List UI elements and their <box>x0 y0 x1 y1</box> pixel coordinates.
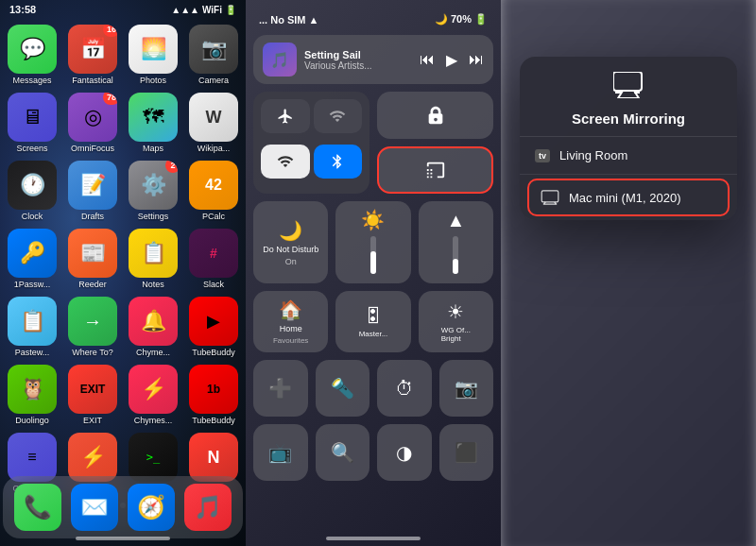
remote-button[interactable]: 📺 <box>253 424 308 481</box>
app-slack-icon[interactable]: # <box>189 229 238 278</box>
music-controls[interactable]: ⏮ ▶ ⏭ <box>420 51 484 69</box>
app-photos[interactable]: 🌅 Photos <box>127 25 180 85</box>
app-screens-icon[interactable]: 🖥 <box>8 93 57 142</box>
app-fantastical-icon[interactable]: 📅 16 <box>68 25 117 74</box>
app-settings[interactable]: ⚙️ 2 Settings <box>127 161 180 221</box>
screen-mirroring-panel: Screen Mirroring tv Living Room Mac mini… <box>501 0 756 546</box>
app-whereto-icon[interactable]: → <box>68 297 117 346</box>
app-terminal-icon[interactable]: >_ <box>129 433 178 482</box>
bluetooth-button[interactable] <box>314 145 363 179</box>
app-chime-icon[interactable]: 🔔 <box>129 297 178 346</box>
cc-home-indicator[interactable] <box>326 537 421 540</box>
master-tile[interactable]: 🎛 Master... <box>335 291 410 352</box>
app-messages-icon[interactable]: 💬 <box>8 25 57 74</box>
app-duolingo-icon[interactable]: 🦉 <box>8 365 57 414</box>
app-camera[interactable]: 📷 Camera <box>187 25 240 85</box>
iphone-panel: 13:58 ▲▲▲ WiFi 🔋 💬 Messages 📅 16 Fantast… <box>0 0 246 546</box>
music-title: Setting Sail <box>304 49 372 60</box>
app-settings-icon[interactable]: ⚙️ 2 <box>129 161 178 210</box>
app-clock-label: Clock <box>22 212 43 221</box>
camera-button[interactable]: 📷 <box>439 360 494 417</box>
dock-safari[interactable]: 🧭 <box>128 484 175 531</box>
airplay-tile[interactable]: ▲ <box>419 201 493 283</box>
qr-button[interactable]: ⬛ <box>439 424 494 481</box>
cc-bottom-row2: 📺 🔍 ◑ ⬛ <box>253 424 493 481</box>
next-button[interactable]: ⏭ <box>469 51 484 69</box>
app-tubebuddy-icon[interactable]: ▶ <box>189 297 238 346</box>
music-tile[interactable]: 🎵 Setting Sail Various Artists... ⏮ ▶ ⏭ <box>253 35 493 84</box>
app-omnifocus-icon[interactable]: ◎ 78 <box>68 93 117 142</box>
app-slack[interactable]: # Slack <box>187 229 240 289</box>
app-drafts-label: Drafts <box>81 212 104 221</box>
app-exit-icon[interactable]: EXIT <box>68 365 117 414</box>
app-exit[interactable]: EXIT EXIT <box>66 365 119 425</box>
app-camera-label: Camera <box>198 76 229 85</box>
app-drafts-icon[interactable]: 📝 <box>68 161 117 210</box>
add-button[interactable]: ➕ <box>253 360 308 417</box>
app-pcalc[interactable]: 42 PCalc <box>187 161 240 221</box>
music-info: Setting Sail Various Artists... <box>304 49 372 71</box>
app-chime[interactable]: 🔔 Chyme... <box>127 297 180 357</box>
zoom-button[interactable]: 🔍 <box>316 424 370 481</box>
app-notes-icon[interactable]: 📋 <box>129 229 178 278</box>
invert-button[interactable]: ◑ <box>377 424 432 481</box>
do-not-disturb-button[interactable]: 🌙 Do Not Disturb On <box>253 201 328 283</box>
app-whereto-label: Where To? <box>72 348 112 357</box>
app-omnifocus[interactable]: ◎ 78 OmniFocus <box>66 93 119 153</box>
flashlight-button[interactable]: 🔦 <box>316 360 370 417</box>
app-drafts[interactable]: 📝 Drafts <box>66 161 119 221</box>
app-screens[interactable]: 🖥 Screens <box>6 93 59 153</box>
app-camera-icon[interactable]: 📷 <box>189 25 238 74</box>
app-1password-label: 1Passw... <box>14 280 51 289</box>
app-1password[interactable]: 🔑 1Passw... <box>6 229 59 289</box>
mirror-device-living-room[interactable]: tv Living Room <box>520 137 737 175</box>
home-indicator[interactable] <box>76 537 170 540</box>
app-photos-icon[interactable]: 🌅 <box>129 25 178 74</box>
app-pastebot[interactable]: 📋 Pastew... <box>6 297 59 357</box>
play-button[interactable]: ▶ <box>446 51 457 69</box>
app-reeder-icon[interactable]: 📰 <box>68 229 117 278</box>
battery-icon: 🔋 <box>225 5 236 15</box>
app-clock-icon[interactable]: 🕐 <box>8 161 57 210</box>
app-shortcuts2-icon[interactable]: ⚡ <box>129 365 178 414</box>
app-messages[interactable]: 💬 Messages <box>6 25 59 85</box>
app-maps[interactable]: 🗺 Maps <box>127 93 180 153</box>
rotation-lock-button[interactable] <box>377 92 493 139</box>
app-1password-icon[interactable]: 🔑 <box>8 229 57 278</box>
mirror-device-mac-mini[interactable]: Mac mini (M1, 2020) <box>527 179 730 216</box>
music-artist: Various Artists... <box>304 60 372 71</box>
cc-status-bar: ... No SIM ▲ 🌙 70% 🔋 <box>253 9 493 29</box>
app-clock[interactable]: 🕐 Clock <box>6 161 59 221</box>
app-pcalc-icon[interactable]: 42 <box>189 161 238 210</box>
dock-music[interactable]: 🎵 <box>184 484 232 531</box>
app-tubebuddy[interactable]: ▶ TubeBuddy <box>187 297 240 357</box>
app-wikipedia[interactable]: W Wikipa... <box>187 93 240 153</box>
dock-phone[interactable]: 📞 <box>14 484 61 531</box>
app-omnioutliner-icon[interactable]: ≡ <box>8 433 57 482</box>
app-wikipedia-icon[interactable]: W <box>189 93 238 142</box>
app-shortcuts3-icon[interactable]: ⚡ <box>68 433 117 482</box>
app-wikipedia-label: Wikipa... <box>198 144 231 153</box>
brightness-tile[interactable]: ☀️ <box>335 201 410 283</box>
wifi-button[interactable] <box>261 145 310 179</box>
app-reeder[interactable]: 📰 Reeder <box>66 229 119 289</box>
app-shortcuts2[interactable]: ⚡ Chymes... <box>127 365 180 425</box>
app-news-icon[interactable]: N <box>189 433 238 482</box>
app-tubebuddy2[interactable]: 1b TubeBuddy <box>187 365 240 425</box>
app-maps-icon[interactable]: 🗺 <box>129 93 178 142</box>
app-pastebot-icon[interactable]: 📋 <box>8 297 57 346</box>
screen-mirror-button[interactable] <box>377 146 493 194</box>
app-fantastical[interactable]: 📅 16 Fantastical <box>66 25 119 85</box>
app-whereto[interactable]: → Where To? <box>66 297 119 357</box>
app-duolingo[interactable]: 🦉 Duolingo <box>6 365 59 425</box>
airplane-mode-button[interactable] <box>261 99 310 133</box>
timer-button[interactable]: ⏱ <box>377 360 432 417</box>
cellular-button[interactable] <box>314 99 363 133</box>
app-tubebuddy2-icon[interactable]: 1b <box>189 365 238 414</box>
dock-mail[interactable]: ✉️ <box>71 484 118 531</box>
prev-button[interactable]: ⏮ <box>420 51 435 69</box>
home-button[interactable]: 🏠 Home Favourites <box>253 291 328 352</box>
app-notes[interactable]: 📋 Notes <box>127 229 180 289</box>
wg-bright-tile[interactable]: ☀ WG Of...Bright <box>419 291 493 352</box>
mirror-popup-header: Screen Mirroring <box>520 57 737 137</box>
